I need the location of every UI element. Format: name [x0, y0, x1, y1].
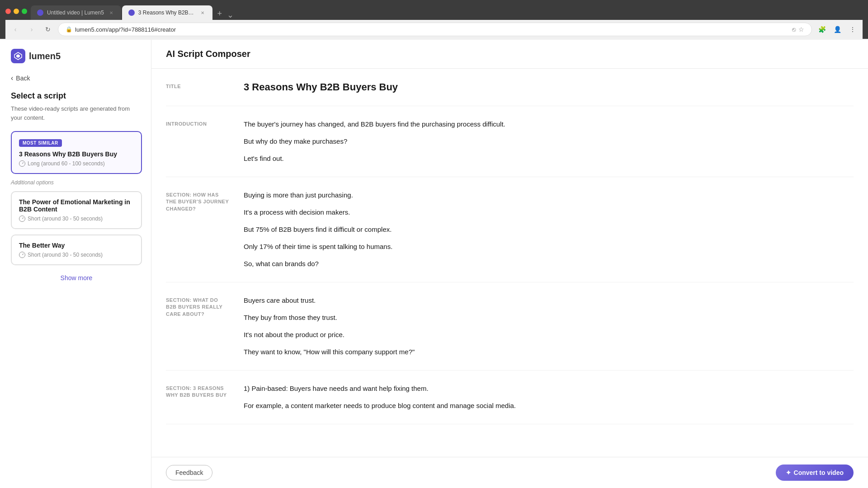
- bookmark-icon[interactable]: ☆: [798, 26, 804, 33]
- intro-label: INTRODUCTION: [166, 121, 229, 127]
- buyers-journey-content: Buying is more than just purchasing. It'…: [244, 190, 854, 269]
- script-section-buyers-journey: SECTION: HOW HAS THE BUYER'S JOURNEY CHA…: [166, 177, 854, 282]
- back-link[interactable]: ‹ Back: [11, 74, 142, 82]
- care-p1: Buyers care about trust.: [244, 295, 854, 306]
- browser-top: Untitled video | Lumen5 ✕ 3 Reasons Why …: [5, 4, 863, 20]
- buyers-care-label-col: SECTION: WHAT DO B2B BUYERS REALLY CARE …: [166, 295, 229, 357]
- journey-p2: It's a process with decision makers.: [244, 207, 854, 218]
- convert-to-video-button[interactable]: ✦ Convert to video: [776, 465, 854, 481]
- bottom-bar: Feedback ✦ Convert to video: [151, 457, 868, 488]
- maximize-window-button[interactable]: [22, 9, 27, 14]
- additional-script-card-1[interactable]: The Power of Emotional Marketing in B2B …: [11, 191, 142, 229]
- main-content: AI Script Composer TITLE 3 Reasons Why B…: [151, 40, 868, 488]
- back-nav-button[interactable]: ‹: [9, 23, 22, 36]
- tab-favicon-2: [128, 9, 135, 16]
- intro-p2: But why do they make purchases?: [244, 136, 854, 147]
- script-section-introduction: INTRODUCTION The buyer's journey has cha…: [166, 106, 854, 177]
- care-p2: They buy from those they trust.: [244, 312, 854, 323]
- tab-close-1[interactable]: ✕: [108, 9, 115, 16]
- url-text: lumen5.com/app/?id=7888116#creator: [75, 26, 176, 33]
- app-container: lumen5 ‹ Back Select a script These vide…: [0, 40, 868, 488]
- buyers-care-label: SECTION: WHAT DO B2B BUYERS REALLY CARE …: [166, 297, 229, 318]
- tab-favicon-1: [37, 9, 43, 16]
- back-label: Back: [16, 75, 30, 82]
- 3-reasons-content: 1) Pain-based: Buyers have needs and wan…: [244, 383, 854, 411]
- selected-script-duration: Long (around 60 - 100 seconds): [19, 160, 134, 167]
- refresh-nav-button[interactable]: ↻: [42, 23, 54, 36]
- forward-nav-button[interactable]: ›: [25, 23, 38, 36]
- clock-icon-2: [19, 216, 25, 222]
- additional-script-title-2: The Better Way: [19, 242, 134, 249]
- clock-icon: [19, 160, 25, 167]
- main-header: AI Script Composer: [151, 40, 868, 69]
- profile-icon[interactable]: 👤: [831, 23, 844, 36]
- additional-script-duration-2: Short (around 30 - 50 seconds): [19, 252, 134, 258]
- journey-p4: Only 17% of their time is spent talking …: [244, 241, 854, 252]
- additional-script-duration-1: Short (around 30 - 50 seconds): [19, 216, 134, 222]
- title-label: TITLE: [166, 83, 229, 90]
- journey-p5: So, what can brands do?: [244, 258, 854, 269]
- convert-label: Convert to video: [794, 469, 844, 476]
- sparkle-icon: ✦: [786, 469, 791, 476]
- sidebar: lumen5 ‹ Back Select a script These vide…: [0, 40, 151, 488]
- buyers-care-content: Buyers care about trust. They buy from t…: [244, 295, 854, 357]
- new-tab-button[interactable]: +: [213, 7, 226, 20]
- most-similar-badge: MOST SIMILAR: [19, 139, 62, 147]
- browser-actions: 🧩 👤 ⋮: [816, 23, 859, 36]
- journey-p1: Buying is more than just purchasing.: [244, 190, 854, 201]
- tab-title-1: Untitled video | Lumen5: [47, 9, 104, 16]
- minimize-window-button[interactable]: [14, 9, 19, 14]
- additional-script-card-2[interactable]: The Better Way Short (around 30 - 50 sec…: [11, 235, 142, 265]
- journey-p3: But 75% of B2B buyers find it difficult …: [244, 224, 854, 235]
- tab-close-2[interactable]: ✕: [199, 9, 206, 16]
- browser-bar: ‹ › ↻ 🔒 lumen5.com/app/?id=7888116#creat…: [5, 20, 863, 39]
- browser-menu-button[interactable]: ⋮: [846, 23, 859, 36]
- extensions-icon[interactable]: 🧩: [816, 23, 828, 36]
- back-arrow-icon: ‹: [11, 74, 13, 82]
- title-label-col: TITLE: [166, 81, 229, 93]
- additional-script-title-1: The Power of Emotional Marketing in B2B …: [19, 198, 134, 213]
- script-section-buyers-care: SECTION: WHAT DO B2B BUYERS REALLY CARE …: [166, 282, 854, 371]
- share-icon[interactable]: ⎋: [792, 26, 796, 33]
- intro-label-col: INTRODUCTION: [166, 119, 229, 164]
- intro-p1: The buyer's journey has changed, and B2B…: [244, 119, 854, 130]
- script-section-title: TITLE 3 Reasons Why B2B Buyers Buy: [166, 69, 854, 106]
- 3-reasons-label: SECTION: 3 REASONS WHY B2B BUYERS BUY: [166, 385, 229, 399]
- svg-marker-1: [16, 54, 20, 58]
- window-controls: [5, 9, 27, 14]
- browser-tab-2[interactable]: 3 Reasons Why B2B Buyers B... ✕: [122, 5, 212, 20]
- sidebar-desc: These video-ready scripts are generated …: [11, 104, 142, 122]
- reasons-p1: 1) Pain-based: Buyers have needs and wan…: [244, 383, 854, 394]
- care-p3: It's not about the product or price.: [244, 329, 854, 340]
- browser-tab-1[interactable]: Untitled video | Lumen5 ✕: [31, 5, 121, 20]
- feedback-button[interactable]: Feedback: [166, 465, 212, 480]
- address-bar[interactable]: 🔒 lumen5.com/app/?id=7888116#creator ⎋ ☆: [58, 23, 812, 36]
- selected-script-title: 3 Reasons Why B2B Buyers Buy: [19, 150, 134, 158]
- logo-area: lumen5: [11, 49, 142, 63]
- main-header-title: AI Script Composer: [166, 49, 854, 59]
- close-window-button[interactable]: [5, 9, 11, 14]
- sidebar-title: Select a script: [11, 91, 142, 101]
- show-more-button[interactable]: Show more: [11, 274, 142, 282]
- selected-script-card[interactable]: MOST SIMILAR 3 Reasons Why B2B Buyers Bu…: [11, 131, 142, 174]
- logo-text: lumen5: [29, 51, 61, 61]
- buyers-journey-label-col: SECTION: HOW HAS THE BUYER'S JOURNEY CHA…: [166, 190, 229, 269]
- logo-icon: [11, 49, 25, 63]
- intro-p3: Let's find out.: [244, 153, 854, 164]
- browser-chrome: Untitled video | Lumen5 ✕ 3 Reasons Why …: [0, 0, 868, 39]
- browser-menu-icon[interactable]: ⌄: [227, 10, 234, 20]
- lock-icon: 🔒: [66, 26, 72, 33]
- script-area: TITLE 3 Reasons Why B2B Buyers Buy INTRO…: [151, 69, 868, 457]
- tab-title-2: 3 Reasons Why B2B Buyers B...: [138, 9, 195, 16]
- buyers-journey-label: SECTION: HOW HAS THE BUYER'S JOURNEY CHA…: [166, 192, 229, 212]
- address-bar-icons: ⎋ ☆: [792, 26, 804, 33]
- care-p4: They want to know, "How will this compan…: [244, 347, 854, 357]
- script-section-3-reasons: SECTION: 3 REASONS WHY B2B BUYERS BUY 1)…: [166, 371, 854, 424]
- browser-tabs: Untitled video | Lumen5 ✕ 3 Reasons Why …: [31, 5, 237, 20]
- reasons-p2: For example, a content marketer needs to…: [244, 400, 854, 411]
- additional-options-label: Additional options: [11, 179, 142, 186]
- clock-icon-3: [19, 252, 25, 258]
- intro-content: The buyer's journey has changed, and B2B…: [244, 119, 854, 164]
- 3-reasons-label-col: SECTION: 3 REASONS WHY B2B BUYERS BUY: [166, 383, 229, 411]
- title-content: 3 Reasons Why B2B Buyers Buy: [244, 81, 854, 93]
